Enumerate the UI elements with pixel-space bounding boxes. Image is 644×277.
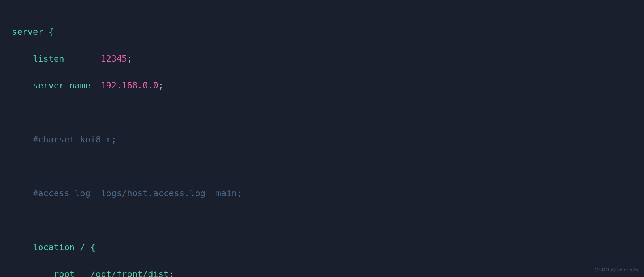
semicolon: ; — [158, 80, 164, 90]
location-path: / — [80, 242, 85, 252]
code-line: #charset koi8-r; — [12, 133, 632, 146]
code-line: #access_log logs/host.access.log main; — [12, 187, 632, 200]
code-line: server_name 192.168.0.0; — [12, 79, 632, 92]
directive-server-name: server_name — [33, 80, 101, 90]
code-line-empty — [12, 160, 632, 173]
directive-listen: listen — [33, 54, 101, 64]
semicolon: ; — [169, 269, 174, 277]
code-line-empty — [12, 213, 632, 227]
semicolon: ; — [127, 54, 132, 64]
code-line: server { — [12, 25, 632, 39]
watermark-text: CSDN @Joseph25 — [595, 266, 638, 274]
port-value: 12345 — [101, 54, 127, 64]
ip-value: 192.168.0.0 — [101, 80, 158, 90]
code-editor[interactable]: server { listen 12345; server_name 192.1… — [12, 12, 632, 277]
open-brace: { — [43, 27, 54, 37]
comment-charset: #charset koi8-r; — [33, 135, 117, 144]
keyword-server: server — [12, 27, 43, 37]
code-line: location / { — [12, 241, 632, 254]
code-line: root /opt/front/dist; — [12, 268, 632, 277]
directive-location: location — [33, 242, 80, 252]
root-path: /opt/front/dist — [90, 269, 169, 277]
open-brace: { — [85, 242, 96, 252]
code-line-empty — [12, 106, 632, 120]
directive-root: root — [54, 269, 90, 277]
code-line: listen 12345; — [12, 52, 632, 66]
comment-access-log: #access_log logs/host.access.log main; — [33, 188, 242, 198]
